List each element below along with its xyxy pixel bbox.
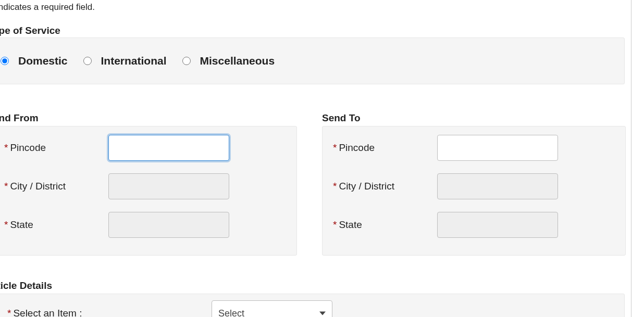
send-from-pincode-label: *Pincode: [4, 142, 108, 154]
required-star-icon: *: [333, 181, 337, 192]
send-to-city-label: *City / District: [333, 181, 437, 192]
send-to-state-input[interactable]: [437, 212, 558, 238]
required-star-icon: *: [333, 219, 337, 230]
service-type-domestic-label: Domestic: [18, 55, 68, 67]
send-to-state-row: *State: [333, 212, 614, 238]
send-from-heading: end From: [0, 112, 39, 124]
chevron-down-icon: [319, 312, 326, 315]
article-details-panel: *Select an Item : Select: [0, 294, 625, 317]
send-to-city-input[interactable]: [437, 173, 558, 199]
send-from-state-row: *State: [4, 212, 286, 238]
send-to-panel: *Pincode *City / District *State: [322, 126, 626, 256]
required-star-icon: *: [4, 181, 8, 192]
required-star-icon: *: [333, 142, 337, 153]
send-from-state-input[interactable]: [108, 212, 229, 238]
service-type-panel: Domestic International Miscellaneous: [0, 37, 625, 84]
send-from-city-label: *City / District: [4, 181, 108, 192]
label-text: State: [339, 219, 362, 230]
article-details-heading: rticle Details: [0, 280, 52, 291]
label-text: Pincode: [339, 142, 375, 153]
label-text: State: [10, 219, 33, 230]
article-select-value: Select: [218, 308, 244, 318]
send-from-panel: *Pincode *City / District *State: [0, 126, 297, 256]
article-select-label: *Select an Item :: [7, 308, 82, 317]
send-from-pincode-row: *Pincode: [4, 135, 286, 161]
required-star-icon: *: [4, 219, 8, 230]
label-text: Pincode: [10, 142, 46, 153]
send-to-city-row: *City / District: [333, 173, 614, 199]
service-type-domestic[interactable]: Domestic: [1, 55, 68, 67]
service-type-international-radio[interactable]: [83, 57, 92, 65]
type-of-service-heading: ype of Service: [0, 25, 60, 36]
service-type-international[interactable]: International: [83, 55, 167, 67]
service-type-miscellaneous[interactable]: Miscellaneous: [182, 55, 275, 67]
required-star-icon: *: [4, 142, 8, 153]
article-select[interactable]: Select: [212, 300, 332, 317]
label-text: City / District: [10, 181, 66, 192]
service-type-miscellaneous-label: Miscellaneous: [200, 55, 275, 67]
send-to-state-label: *State: [333, 219, 437, 231]
send-from-city-input[interactable]: [108, 173, 229, 199]
required-field-note: Indicates a required field.: [0, 2, 95, 12]
service-type-domestic-radio[interactable]: [1, 57, 9, 65]
send-from-pincode-input[interactable]: [108, 135, 229, 161]
service-type-international-label: International: [101, 55, 167, 67]
right-border-rule: [631, 0, 631, 317]
send-to-heading: Send To: [322, 112, 361, 124]
service-type-miscellaneous-radio[interactable]: [182, 57, 191, 65]
send-from-state-label: *State: [4, 219, 108, 231]
send-to-pincode-input[interactable]: [437, 135, 558, 161]
label-text: City / District: [339, 181, 394, 192]
send-to-pincode-label: *Pincode: [333, 142, 437, 154]
required-star-icon: *: [7, 308, 11, 317]
send-to-pincode-row: *Pincode: [333, 135, 614, 161]
send-from-city-row: *City / District: [4, 173, 286, 199]
label-text: Select an Item :: [13, 308, 82, 317]
